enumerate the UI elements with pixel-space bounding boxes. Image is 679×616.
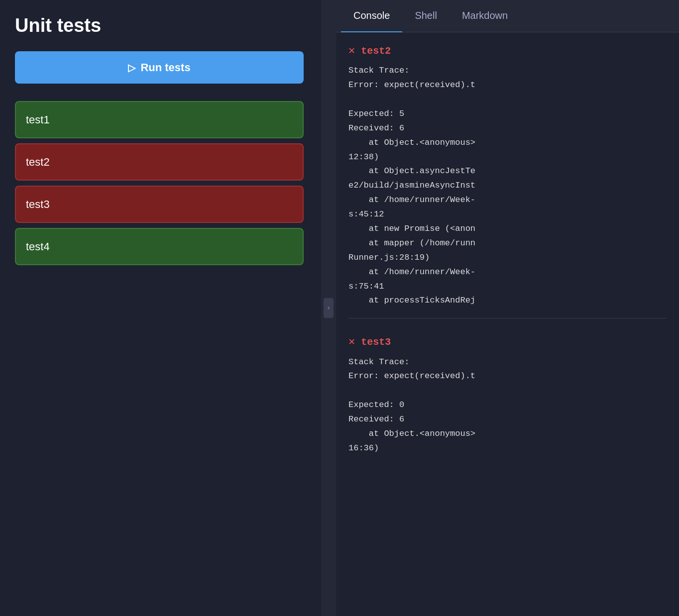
error-test-name-test2: test2	[361, 43, 391, 59]
run-tests-label: Run tests	[140, 61, 190, 74]
error-x-icon: ✕	[348, 333, 355, 351]
error-header-test3: ✕test3	[348, 333, 667, 351]
panel-divider: ›	[321, 0, 336, 616]
error-body-test2: Stack Trace: Error: expect(received).t E…	[348, 64, 667, 308]
error-test-name-test3: test3	[361, 334, 391, 350]
error-divider	[348, 318, 667, 318]
test-item-test1[interactable]: test1	[15, 101, 304, 138]
test-item-test4[interactable]: test4	[15, 228, 304, 265]
error-block-test2: ✕test2Stack Trace: Error: expect(receive…	[348, 42, 667, 318]
tab-markdown[interactable]: Markdown	[450, 0, 520, 32]
console-content: ✕test2Stack Trace: Error: expect(receive…	[336, 32, 679, 616]
page-title: Unit tests	[15, 15, 306, 36]
left-panel: Unit tests ▷ Run tests test1test2test3te…	[0, 0, 321, 616]
error-block-test3: ✕test3Stack Trace: Error: expect(receive…	[348, 333, 667, 455]
run-tests-button[interactable]: ▷ Run tests	[15, 51, 304, 84]
test-item-test3[interactable]: test3	[15, 186, 304, 223]
error-header-test2: ✕test2	[348, 42, 667, 60]
error-x-icon: ✕	[348, 42, 355, 60]
right-panel: ConsoleShellMarkdown ✕test2Stack Trace: …	[336, 0, 679, 616]
test-item-test2[interactable]: test2	[15, 143, 304, 181]
play-icon: ▷	[128, 62, 135, 74]
tab-shell[interactable]: Shell	[402, 0, 449, 32]
divider-handle[interactable]: ›	[324, 298, 334, 318]
test-list: test1test2test3test4	[15, 101, 306, 265]
tab-console[interactable]: Console	[341, 0, 402, 32]
divider-arrow-icon: ›	[327, 304, 331, 312]
error-body-test3: Stack Trace: Error: expect(received).t E…	[348, 355, 667, 456]
tabs-bar: ConsoleShellMarkdown	[336, 0, 679, 32]
